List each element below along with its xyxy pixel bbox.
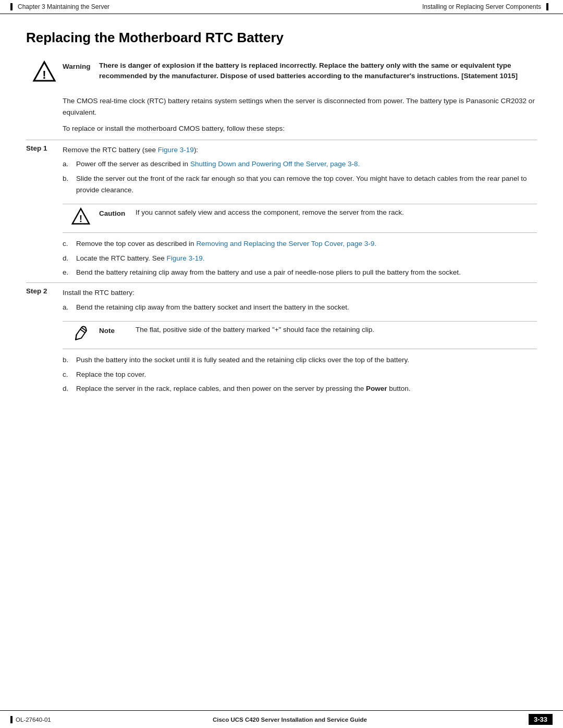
warning-block: ! Warning There is danger of explosion i… [26, 60, 537, 84]
footer-center: Cisco UCS C420 Server Installation and S… [213, 717, 367, 723]
power-bold: Power [366, 385, 387, 392]
left-bar-indicator [10, 3, 13, 10]
warning-text: There is danger of explosion if the batt… [99, 60, 537, 82]
step-1a-text: Power off the server as described in Shu… [76, 158, 537, 170]
svg-text:!: ! [79, 214, 82, 224]
step-1d: d. Locate the RTC battery. See Figure 3-… [63, 253, 537, 264]
step-1d-label: d. [63, 253, 76, 264]
section-label: Installing or Replacing Server Component… [422, 3, 541, 10]
step-1c-text: Remove the top cover as described in Rem… [76, 238, 537, 250]
footer: OL-27640-01 Cisco UCS C420 Server Instal… [0, 710, 563, 728]
steps-container: Step 1 Remove the RTC battery (see Figur… [26, 140, 537, 199]
note-block: Note The flat, positive side of the batt… [63, 321, 537, 349]
warning-triangle-icon: ! [32, 60, 56, 84]
top-bar-left: Chapter 3 Maintaining the Server [10, 3, 109, 10]
step-2-sub-items-more: b. Push the battery into the socket unti… [63, 354, 537, 394]
note-text: The flat, positive side of the battery m… [136, 325, 537, 335]
step-1b: b. Slide the server out the front of the… [63, 173, 537, 195]
chapter-label: Chapter 3 Maintaining the Server [18, 3, 109, 10]
step-2c: c. Replace the top cover. [63, 369, 537, 380]
footer-left-bar [10, 716, 13, 723]
body-para-2: To replace or install the motherboard CM… [63, 123, 537, 134]
step-1d-text: Locate the RTC battery. See Figure 3-19. [76, 253, 537, 264]
shutting-down-link[interactable]: Shutting Down and Powering Off the Serve… [190, 160, 360, 168]
removing-replacing-link[interactable]: Removing and Replacing the Server Top Co… [196, 240, 376, 248]
body-para-1: The CMOS real-time clock (RTC) battery r… [63, 95, 537, 118]
step-1b-text: Slide the server out the front of the ra… [76, 173, 537, 195]
caution-label: Caution [99, 207, 136, 217]
note-label: Note [99, 325, 136, 335]
figure-3-19-link-1[interactable]: Figure 3-19 [158, 146, 194, 154]
pencil-note-icon [71, 325, 91, 347]
step-2d-text: Replace the server in the rack, replace … [76, 383, 537, 394]
step-1a-label: a. [63, 158, 76, 170]
warning-label: Warning [63, 60, 99, 70]
warning-statement: [Statement 1015] [461, 72, 518, 80]
step-2b: b. Push the battery into the socket unti… [63, 354, 537, 366]
step-1e-text: Bend the battery retaining clip away fro… [76, 267, 537, 278]
step-2a-text: Bend the retaining clip away from the ba… [76, 302, 537, 313]
step-2d: d. Replace the server in the rack, repla… [63, 383, 537, 394]
main-content: Replacing the Motherboard RTC Battery ! … [0, 14, 563, 439]
step-2a: a. Bend the retaining clip away from the… [63, 302, 537, 313]
step-1e: e. Bend the battery retaining clip away … [63, 267, 537, 278]
step-1-text: Remove the RTC battery (see Figure 3-19)… [63, 146, 198, 154]
caution-icon-col: ! [63, 207, 99, 229]
step-2-content: Install the RTC battery: a. Bend the ret… [63, 287, 537, 316]
note-icon-col [63, 325, 99, 346]
figure-3-19-link-2[interactable]: Figure 3-19. [167, 254, 205, 262]
step-1-continued: c. Remove the top cover as described in … [63, 238, 537, 278]
right-bar-indicator [546, 3, 548, 10]
step-1-label: Step 1 [26, 144, 63, 152]
caution-wrapper: ! Caution If you cannot safely view and … [63, 204, 537, 233]
step-1-content: Remove the RTC battery (see Figure 3-19)… [63, 144, 537, 199]
step-2d-label: d. [63, 383, 76, 394]
step-1e-label: e. [63, 267, 76, 278]
step-1c-label: c. [63, 238, 76, 250]
step-2-more: b. Push the battery into the socket unti… [63, 354, 537, 394]
footer-doc-number: OL-27640-01 [16, 717, 51, 723]
step-2-label: Step 2 [26, 287, 63, 295]
warning-icon-col: ! [26, 60, 63, 84]
page-title: Replacing the Motherboard RTC Battery [26, 30, 537, 46]
step-1-sub-items-2: c. Remove the top cover as described in … [63, 238, 537, 278]
footer-left: OL-27640-01 [10, 716, 51, 723]
step-1a: a. Power off the server as described in … [63, 158, 537, 170]
top-bar: Chapter 3 Maintaining the Server Install… [0, 0, 563, 14]
step-2-text: Install the RTC battery: [63, 289, 134, 297]
step-1-sub-items: a. Power off the server as described in … [63, 158, 537, 195]
svg-text:!: ! [42, 68, 46, 81]
note-wrapper: Note The flat, positive side of the batt… [63, 321, 537, 349]
step-2-row: Step 2 Install the RTC battery: a. Bend … [26, 282, 537, 316]
step-2c-text: Replace the top cover. [76, 369, 537, 380]
step-2b-label: b. [63, 354, 76, 366]
caution-text: If you cannot safely view and access the… [136, 207, 537, 218]
top-bar-right: Installing or Replacing Server Component… [422, 3, 548, 10]
step-1c: c. Remove the top cover as described in … [63, 238, 537, 250]
step-2a-label: a. [63, 302, 76, 313]
step-2c-label: c. [63, 369, 76, 380]
step-2b-text: Push the battery into the socket until i… [76, 354, 537, 366]
step-1b-label: b. [63, 173, 76, 195]
caution-block: ! Caution If you cannot safely view and … [63, 204, 537, 233]
step-1-row: Step 1 Remove the RTC battery (see Figur… [26, 140, 537, 199]
footer-page-number: 3-33 [529, 714, 553, 725]
step-2-sub-items: a. Bend the retaining clip away from the… [63, 302, 537, 313]
caution-triangle-icon: ! [71, 207, 91, 229]
